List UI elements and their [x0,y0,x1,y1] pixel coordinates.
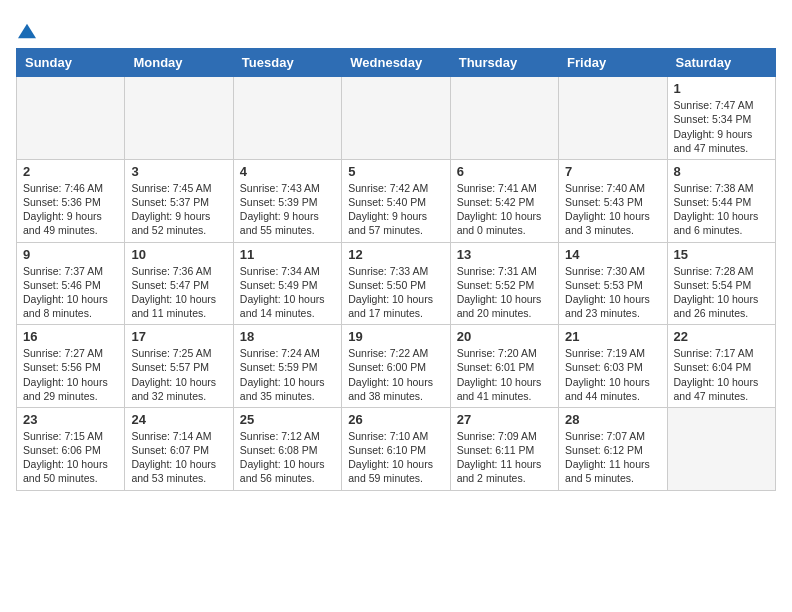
day-detail: Sunrise: 7:40 AMSunset: 5:43 PMDaylight:… [565,181,660,238]
calendar-cell: 16Sunrise: 7:27 AMSunset: 5:56 PMDayligh… [17,325,125,408]
calendar-cell: 6Sunrise: 7:41 AMSunset: 5:42 PMDaylight… [450,159,558,242]
day-number: 6 [457,164,552,179]
day-detail: Sunrise: 7:20 AMSunset: 6:01 PMDaylight:… [457,346,552,403]
calendar-cell: 15Sunrise: 7:28 AMSunset: 5:54 PMDayligh… [667,242,775,325]
calendar-cell [125,77,233,160]
day-detail: Sunrise: 7:10 AMSunset: 6:10 PMDaylight:… [348,429,443,486]
day-number: 9 [23,247,118,262]
calendar-cell: 13Sunrise: 7:31 AMSunset: 5:52 PMDayligh… [450,242,558,325]
week-row-3: 16Sunrise: 7:27 AMSunset: 5:56 PMDayligh… [17,325,776,408]
day-detail: Sunrise: 7:34 AMSunset: 5:49 PMDaylight:… [240,264,335,321]
calendar-cell [233,77,341,160]
calendar-cell: 8Sunrise: 7:38 AMSunset: 5:44 PMDaylight… [667,159,775,242]
calendar-cell: 10Sunrise: 7:36 AMSunset: 5:47 PMDayligh… [125,242,233,325]
calendar-cell: 22Sunrise: 7:17 AMSunset: 6:04 PMDayligh… [667,325,775,408]
day-number: 25 [240,412,335,427]
day-detail: Sunrise: 7:25 AMSunset: 5:57 PMDaylight:… [131,346,226,403]
day-number: 10 [131,247,226,262]
calendar-cell: 23Sunrise: 7:15 AMSunset: 6:06 PMDayligh… [17,407,125,490]
day-detail: Sunrise: 7:43 AMSunset: 5:39 PMDaylight:… [240,181,335,238]
day-number: 8 [674,164,769,179]
day-detail: Sunrise: 7:15 AMSunset: 6:06 PMDaylight:… [23,429,118,486]
day-number: 14 [565,247,660,262]
day-number: 17 [131,329,226,344]
svg-marker-0 [18,24,36,38]
day-detail: Sunrise: 7:30 AMSunset: 5:53 PMDaylight:… [565,264,660,321]
day-detail: Sunrise: 7:38 AMSunset: 5:44 PMDaylight:… [674,181,769,238]
calendar-cell: 12Sunrise: 7:33 AMSunset: 5:50 PMDayligh… [342,242,450,325]
calendar-cell: 5Sunrise: 7:42 AMSunset: 5:40 PMDaylight… [342,159,450,242]
calendar-cell: 1Sunrise: 7:47 AMSunset: 5:34 PMDaylight… [667,77,775,160]
calendar-table: SundayMondayTuesdayWednesdayThursdayFrid… [16,48,776,490]
calendar-cell: 27Sunrise: 7:09 AMSunset: 6:11 PMDayligh… [450,407,558,490]
calendar-cell: 26Sunrise: 7:10 AMSunset: 6:10 PMDayligh… [342,407,450,490]
day-detail: Sunrise: 7:33 AMSunset: 5:50 PMDaylight:… [348,264,443,321]
day-number: 12 [348,247,443,262]
day-number: 27 [457,412,552,427]
calendar-cell: 2Sunrise: 7:46 AMSunset: 5:36 PMDaylight… [17,159,125,242]
day-detail: Sunrise: 7:41 AMSunset: 5:42 PMDaylight:… [457,181,552,238]
day-detail: Sunrise: 7:47 AMSunset: 5:34 PMDaylight:… [674,98,769,155]
day-number: 26 [348,412,443,427]
calendar-cell [17,77,125,160]
day-number: 3 [131,164,226,179]
day-detail: Sunrise: 7:27 AMSunset: 5:56 PMDaylight:… [23,346,118,403]
day-number: 2 [23,164,118,179]
day-number: 4 [240,164,335,179]
logo-icon [18,22,36,40]
day-detail: Sunrise: 7:37 AMSunset: 5:46 PMDaylight:… [23,264,118,321]
day-detail: Sunrise: 7:31 AMSunset: 5:52 PMDaylight:… [457,264,552,321]
calendar-cell: 20Sunrise: 7:20 AMSunset: 6:01 PMDayligh… [450,325,558,408]
calendar-cell: 4Sunrise: 7:43 AMSunset: 5:39 PMDaylight… [233,159,341,242]
day-number: 24 [131,412,226,427]
day-detail: Sunrise: 7:42 AMSunset: 5:40 PMDaylight:… [348,181,443,238]
calendar-cell: 25Sunrise: 7:12 AMSunset: 6:08 PMDayligh… [233,407,341,490]
calendar-cell [667,407,775,490]
logo [16,16,36,40]
day-number: 28 [565,412,660,427]
calendar-cell [559,77,667,160]
day-number: 19 [348,329,443,344]
day-detail: Sunrise: 7:45 AMSunset: 5:37 PMDaylight:… [131,181,226,238]
calendar-cell: 11Sunrise: 7:34 AMSunset: 5:49 PMDayligh… [233,242,341,325]
weekday-header-friday: Friday [559,49,667,77]
day-detail: Sunrise: 7:17 AMSunset: 6:04 PMDaylight:… [674,346,769,403]
day-detail: Sunrise: 7:19 AMSunset: 6:03 PMDaylight:… [565,346,660,403]
calendar-cell: 17Sunrise: 7:25 AMSunset: 5:57 PMDayligh… [125,325,233,408]
calendar-cell: 24Sunrise: 7:14 AMSunset: 6:07 PMDayligh… [125,407,233,490]
header-row [16,16,776,40]
day-number: 1 [674,81,769,96]
day-number: 21 [565,329,660,344]
weekday-header-tuesday: Tuesday [233,49,341,77]
calendar-cell [450,77,558,160]
calendar-cell [342,77,450,160]
day-number: 5 [348,164,443,179]
calendar-cell: 3Sunrise: 7:45 AMSunset: 5:37 PMDaylight… [125,159,233,242]
weekday-header-row: SundayMondayTuesdayWednesdayThursdayFrid… [17,49,776,77]
weekday-header-sunday: Sunday [17,49,125,77]
weekday-header-saturday: Saturday [667,49,775,77]
calendar-cell: 28Sunrise: 7:07 AMSunset: 6:12 PMDayligh… [559,407,667,490]
calendar-container: SundayMondayTuesdayWednesdayThursdayFrid… [0,0,792,499]
calendar-cell: 21Sunrise: 7:19 AMSunset: 6:03 PMDayligh… [559,325,667,408]
day-detail: Sunrise: 7:28 AMSunset: 5:54 PMDaylight:… [674,264,769,321]
day-number: 22 [674,329,769,344]
calendar-cell: 7Sunrise: 7:40 AMSunset: 5:43 PMDaylight… [559,159,667,242]
day-detail: Sunrise: 7:09 AMSunset: 6:11 PMDaylight:… [457,429,552,486]
day-number: 23 [23,412,118,427]
weekday-header-monday: Monday [125,49,233,77]
week-row-4: 23Sunrise: 7:15 AMSunset: 6:06 PMDayligh… [17,407,776,490]
day-detail: Sunrise: 7:24 AMSunset: 5:59 PMDaylight:… [240,346,335,403]
week-row-2: 9Sunrise: 7:37 AMSunset: 5:46 PMDaylight… [17,242,776,325]
day-number: 20 [457,329,552,344]
day-number: 11 [240,247,335,262]
day-number: 18 [240,329,335,344]
calendar-cell: 9Sunrise: 7:37 AMSunset: 5:46 PMDaylight… [17,242,125,325]
calendar-cell: 18Sunrise: 7:24 AMSunset: 5:59 PMDayligh… [233,325,341,408]
day-number: 16 [23,329,118,344]
day-detail: Sunrise: 7:46 AMSunset: 5:36 PMDaylight:… [23,181,118,238]
weekday-header-thursday: Thursday [450,49,558,77]
week-row-0: 1Sunrise: 7:47 AMSunset: 5:34 PMDaylight… [17,77,776,160]
day-detail: Sunrise: 7:22 AMSunset: 6:00 PMDaylight:… [348,346,443,403]
day-number: 13 [457,247,552,262]
